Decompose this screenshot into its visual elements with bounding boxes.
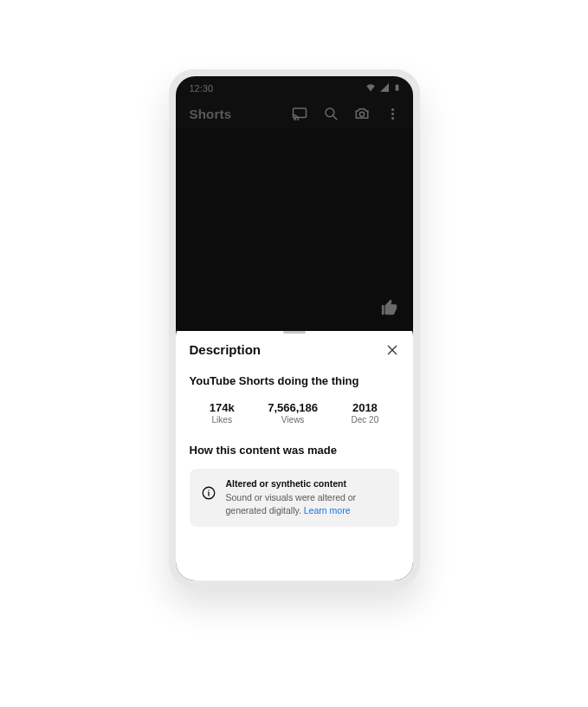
- section-heading: How this content was made: [190, 444, 399, 457]
- camera-icon[interactable]: [354, 106, 370, 121]
- stat-views: 7,566,186 Views: [268, 401, 318, 425]
- sheet-header: Description: [190, 342, 399, 357]
- video-title: YouTube Shorts doing the thing: [190, 374, 399, 387]
- svg-point-2: [326, 108, 334, 117]
- app-header-icons: [292, 106, 401, 121]
- description-sheet: Description YouTube Shorts doing the thi…: [176, 324, 413, 581]
- stat-date: 2018 Dec 20: [352, 401, 379, 425]
- sheet-handle[interactable]: [283, 331, 306, 334]
- stat-likes: 174k Likes: [210, 401, 235, 425]
- status-bar: 12:30: [176, 76, 413, 97]
- stat-likes-label: Likes: [212, 415, 232, 425]
- app-header: Shorts: [176, 97, 413, 128]
- stat-date-label: Dec 20: [352, 415, 379, 425]
- info-icon: [200, 484, 217, 502]
- like-icon[interactable]: [380, 298, 399, 321]
- battery-icon: [393, 81, 401, 95]
- svg-point-4: [359, 112, 364, 116]
- stats-row: 174k Likes 7,566,186 Views 2018 Dec 20: [190, 401, 399, 425]
- more-icon[interactable]: [385, 106, 401, 121]
- learn-more-link[interactable]: Learn more: [304, 505, 351, 516]
- sheet-title: Description: [190, 342, 262, 357]
- video-area[interactable]: [176, 128, 413, 331]
- synthetic-content-card: Altered or synthetic content Sound or vi…: [190, 469, 399, 527]
- stat-views-value: 7,566,186: [268, 401, 318, 414]
- svg-point-9: [208, 490, 209, 490]
- svg-point-1: [293, 119, 294, 120]
- search-icon[interactable]: [323, 106, 339, 121]
- info-card-title: Altered or synthetic content: [226, 477, 389, 490]
- stat-views-label: Views: [281, 415, 305, 425]
- app-header-title: Shorts: [190, 107, 232, 121]
- info-text: Altered or synthetic content Sound or vi…: [226, 477, 389, 518]
- close-icon[interactable]: [385, 343, 399, 357]
- svg-line-3: [333, 116, 337, 120]
- status-time: 12:30: [190, 83, 214, 94]
- svg-rect-0: [293, 108, 306, 118]
- cast-icon[interactable]: [292, 106, 307, 121]
- stat-date-value: 2018: [352, 401, 378, 414]
- phone-frame: 12:30 Shorts: [169, 69, 420, 587]
- signal-icon: [379, 82, 390, 94]
- stat-likes-value: 174k: [210, 401, 235, 414]
- status-indicators: [365, 81, 401, 95]
- wifi-icon: [365, 82, 376, 94]
- screen: 12:30 Shorts: [176, 76, 413, 581]
